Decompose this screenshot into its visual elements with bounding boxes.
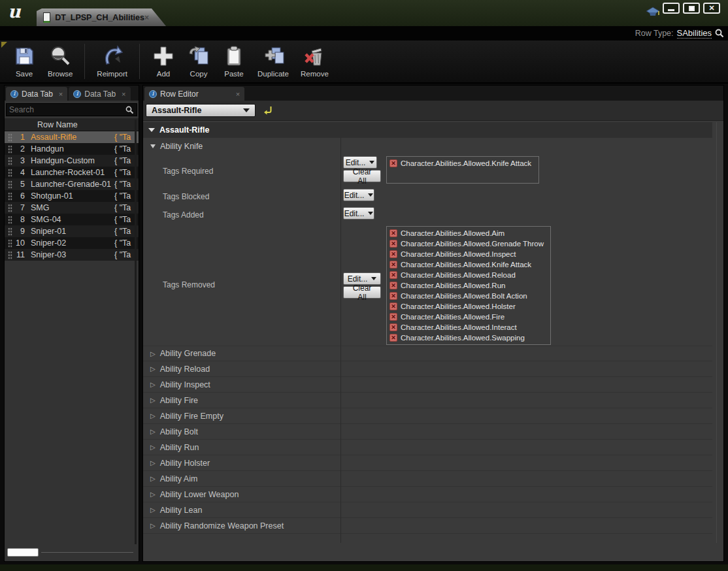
close-tab-icon[interactable]: × [122,90,125,98]
magnifier-icon [48,44,72,68]
maximize-button[interactable] [683,3,700,14]
table-row[interactable]: 6 Shotgun-01 { "Ta [5,190,139,202]
tag-entry: ✕ Character.Abilities.Allowed.Inspect [389,249,548,259]
clear-all-button[interactable]: Clear All [343,170,381,182]
table-row[interactable]: 10 Sniper-02 { "Ta [5,237,139,249]
vertical-scrollbar[interactable] [135,120,137,544]
reimport-arrow-icon [101,44,124,68]
chevron-down-icon [243,108,250,112]
tab-data-tab-2[interactable]: i Data Tab × [69,87,130,101]
remove-tag-icon[interactable]: ✕ [389,292,397,300]
paste-button[interactable]: Paste [216,41,252,82]
row-number: 8 [12,215,31,224]
tag-label: Character.Abilities.Allowed.Fire [401,313,505,321]
row-name: SMG [31,203,114,212]
ability-section-row[interactable]: ▷ Ability Reload [143,361,712,377]
ability-section-row[interactable]: ▷ Ability Inspect [143,377,712,393]
drag-handle-icon [8,169,12,177]
row-name: Launcher-Rocket-01 [31,168,114,177]
table-row[interactable]: 4 Launcher-Rocket-01 { "Ta [5,167,139,178]
add-button[interactable]: Add [146,41,181,82]
chevron-right-icon: ▷ [150,459,156,466]
ability-section-row[interactable]: ▷ Ability Fire Empty [143,408,712,424]
close-tab-icon[interactable]: × [59,90,63,98]
ability-section-row[interactable]: ▷ Ability Lean [143,502,712,518]
ability-section-row[interactable]: ▷ Ability Aim [143,471,712,487]
tab-data-tab-1[interactable]: i Data Tab × [6,87,67,101]
row-number: 6 [12,191,31,201]
remove-tag-icon[interactable]: ✕ [389,313,397,321]
reimport-button[interactable]: Reimport [91,41,133,82]
search-input[interactable] [9,105,125,114]
remove-tag-icon[interactable]: ✕ [389,282,397,289]
edit-tags-button[interactable]: Edit... [343,189,374,201]
drag-handle-icon [8,227,12,236]
category-header[interactable]: Assault-Rifle [143,122,712,138]
save-button[interactable]: Save [7,41,42,82]
remove-tag-icon[interactable]: ✕ [389,323,397,331]
close-tab-icon[interactable]: × [144,13,149,22]
remove-button[interactable]: Remove [295,41,335,82]
close-button[interactable]: ✕ [703,3,720,14]
edit-tags-button[interactable]: Edit... [343,207,374,220]
ability-section-row[interactable]: ▷ Ability Fire [143,393,712,408]
table-row[interactable]: 1 Assault-Rifle { "Ta [5,131,139,143]
minimize-button[interactable] [663,3,680,14]
horizontal-scrollbar-thumb[interactable] [7,548,39,557]
table-row[interactable]: 8 SMG-04 { "Ta [5,214,139,225]
section-label: Ability Randomize Weapon Preset [160,521,284,530]
ability-knife-section[interactable]: Ability Knife [143,138,712,155]
section-label: Ability Holster [160,459,210,468]
tag-label: Character.Abilities.Allowed.Knife Attack [401,159,531,167]
table-row[interactable]: 2 Handgun { "Ta [5,143,139,155]
column-divider[interactable] [340,138,341,543]
drag-handle-icon [8,180,12,189]
tag-label: Character.Abilities.Allowed.Knife Attack [401,261,531,269]
title-bar[interactable]: u DT_LPSP_CH_Abilities × ✕ [0,0,728,26]
copy-button[interactable]: Copy [181,41,216,82]
clear-all-button[interactable]: Clear All [343,286,381,299]
row-type-value-link[interactable]: SAbilities [677,28,712,39]
tab-row-editor[interactable]: i Row Editor × [144,87,244,101]
remove-tag-icon[interactable]: ✕ [389,159,397,167]
table-row[interactable]: 5 Launcher-Grenade-01 { "Ta [5,178,139,190]
ability-section-row[interactable]: ▷ Ability Randomize Weapon Preset [143,518,712,534]
ability-section-row[interactable]: ▷ Ability Grenade [143,346,712,361]
ability-section-row[interactable]: ▷ Ability Run [143,440,712,455]
row-selector-dropdown[interactable]: Assault-Rifle [146,104,256,117]
row-name: Launcher-Grenade-01 [31,180,114,189]
ability-section-row[interactable]: ▷ Ability Lower Weapon [143,487,712,502]
remove-tag-icon[interactable]: ✕ [389,302,397,310]
close-tab-icon[interactable]: × [236,90,240,98]
table-row[interactable]: 3 Handgun-Custom { "Ta [5,155,139,167]
button-label: Clear All [348,284,376,302]
duplicate-button[interactable]: Duplicate [252,41,295,82]
tag-label: Character.Abilities.Allowed.Inspect [401,250,516,258]
property-label: Tags Added [143,206,340,224]
tutorial-cap-icon[interactable] [646,7,660,18]
remove-tag-icon[interactable]: ✕ [389,334,397,342]
column-header-row-name[interactable]: Row Name [5,118,139,131]
vertical-scrollbar-track[interactable] [716,122,717,543]
unreal-editor-window: u DT_LPSP_CH_Abilities × ✕ Row Type: SAb… [0,0,728,571]
chevron-right-icon: ▷ [150,381,156,388]
table-row[interactable]: 9 Sniper-01 { "Ta [5,225,139,237]
remove-tag-icon[interactable]: ✕ [389,261,397,269]
browse-button[interactable]: Browse [42,41,78,82]
document-tab[interactable]: DT_LPSP_CH_Abilities × [37,8,166,26]
row-name: Assault-Rifle [31,133,114,142]
search-icon[interactable] [715,29,724,38]
remove-tag-icon[interactable]: ✕ [389,240,397,248]
tag-entry: ✕ Character.Abilities.Allowed.Reload [389,270,548,280]
remove-tag-icon[interactable]: ✕ [389,229,397,237]
remove-tag-icon[interactable]: ✕ [389,271,397,279]
table-row[interactable]: 11 Sniper-03 { "Ta [5,249,139,261]
ability-section-row[interactable]: ▷ Ability Holster [143,455,712,471]
row-number: 5 [12,180,31,189]
table-row[interactable]: 7 SMG { "Ta [5,202,139,214]
remove-tag-icon[interactable]: ✕ [389,250,397,258]
document-tab-title: DT_LPSP_CH_Abilities [55,13,144,22]
ability-section-row[interactable]: ▷ Ability Bolt [143,424,712,440]
reset-to-default-icon[interactable] [263,106,273,115]
duplicate-pages-icon [261,44,285,68]
